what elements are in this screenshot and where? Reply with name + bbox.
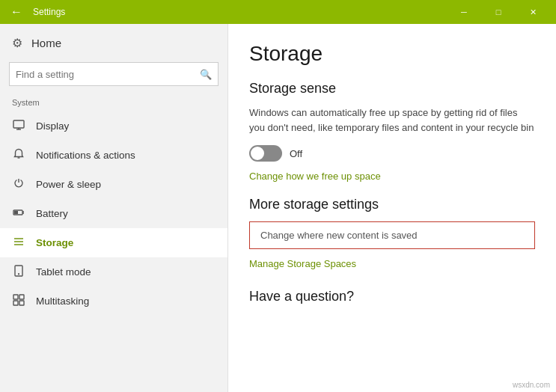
storage-sense-description: Windows can automatically free up space …: [249, 105, 535, 135]
change-free-space-link[interactable]: Change how we free up space: [249, 171, 381, 182]
sidebar-item-multitasking-label: Multitasking: [36, 295, 89, 307]
close-button[interactable]: ✕: [516, 0, 550, 24]
content-area: Storage Storage sense Windows can automa…: [228, 24, 556, 392]
change-content-saved-button[interactable]: Change where new content is saved: [249, 221, 535, 249]
minimize-icon: ─: [461, 7, 467, 16]
back-icon: ←: [10, 5, 22, 19]
search-box[interactable]: 🔍: [9, 62, 219, 86]
window-controls: ─ □ ✕: [447, 0, 550, 24]
tablet-icon: [12, 265, 25, 279]
main-layout: ⚙ Home 🔍 System Display: [0, 24, 556, 392]
maximize-button[interactable]: □: [481, 0, 516, 24]
maximize-icon: □: [496, 7, 501, 16]
close-icon: ✕: [530, 7, 537, 17]
sidebar: ⚙ Home 🔍 System Display: [0, 24, 228, 392]
display-icon: [12, 119, 25, 133]
sidebar-item-notifications-label: Notifications & actions: [36, 150, 135, 161]
svg-rect-13: [13, 295, 18, 299]
sidebar-item-tablet[interactable]: Tablet mode: [0, 257, 227, 287]
storage-icon: [12, 236, 25, 250]
sidebar-home[interactable]: ⚙ Home: [0, 24, 227, 59]
svg-rect-16: [19, 301, 24, 305]
notifications-icon: [12, 148, 25, 162]
titlebar-title: Settings: [27, 7, 447, 17]
sidebar-item-power-label: Power & sleep: [36, 179, 101, 190]
toggle-row: Off: [249, 145, 535, 162]
sidebar-item-notifications[interactable]: Notifications & actions: [0, 141, 227, 170]
battery-icon: [12, 206, 25, 221]
back-button[interactable]: ←: [6, 1, 27, 22]
storage-sense-title: Storage sense: [249, 81, 535, 97]
svg-rect-7: [14, 211, 18, 214]
search-input[interactable]: [16, 69, 200, 80]
sidebar-item-battery-label: Battery: [36, 208, 68, 219]
sidebar-item-storage-label: Storage: [36, 237, 73, 248]
toggle-knob: [251, 147, 264, 160]
sidebar-item-tablet-label: Tablet mode: [36, 266, 91, 278]
sidebar-item-power[interactable]: Power & sleep: [0, 170, 227, 199]
storage-sense-toggle[interactable]: [249, 145, 282, 162]
search-icon: 🔍: [200, 69, 212, 80]
minimize-button[interactable]: ─: [447, 0, 481, 24]
sidebar-home-label: Home: [31, 37, 61, 49]
multitasking-icon: [12, 294, 25, 308]
home-icon: ⚙: [12, 36, 22, 50]
page-title: Storage: [249, 42, 535, 66]
system-section-label: System: [0, 95, 227, 111]
sidebar-item-storage[interactable]: Storage: [0, 228, 227, 257]
sidebar-item-display-label: Display: [36, 120, 69, 132]
sidebar-item-display[interactable]: Display: [0, 111, 227, 141]
more-settings-title: More storage settings: [249, 197, 535, 212]
toggle-state-label: Off: [290, 148, 302, 159]
have-a-question-title: Have a question?: [249, 289, 535, 304]
manage-storage-spaces-link[interactable]: Manage Storage Spaces: [249, 258, 356, 269]
sidebar-item-multitasking[interactable]: Multitasking: [0, 287, 227, 316]
sidebar-item-battery[interactable]: Battery: [0, 199, 227, 228]
power-icon: [12, 177, 25, 192]
svg-rect-0: [13, 120, 24, 128]
svg-rect-14: [19, 295, 24, 299]
svg-rect-15: [13, 301, 18, 305]
titlebar: ← Settings ─ □ ✕: [0, 0, 556, 24]
